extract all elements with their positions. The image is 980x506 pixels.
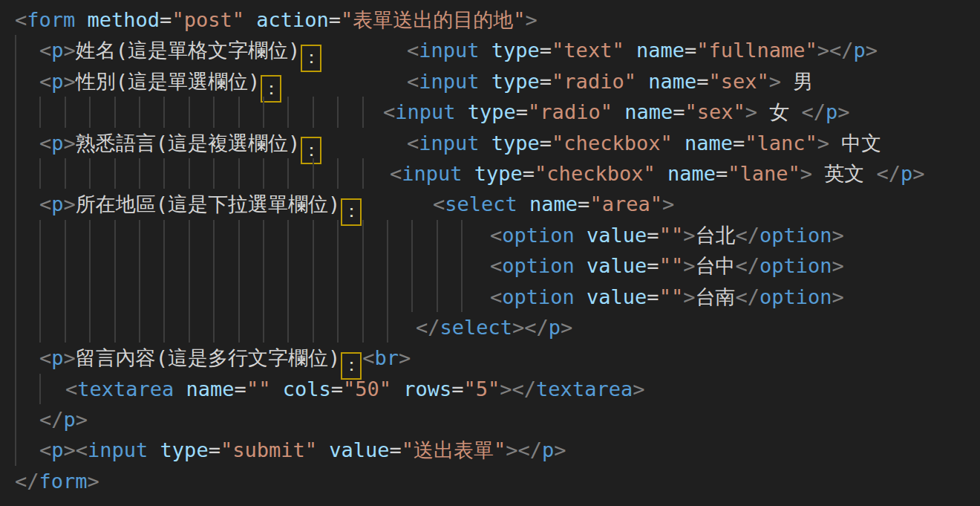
code-token-x xyxy=(612,100,624,123)
code-token-p: </ xyxy=(735,285,760,308)
indent-guides xyxy=(15,66,16,97)
indent-guides xyxy=(15,97,364,127)
code-editor[interactable]: <form method="post" action="表單送出的目的地"><p… xyxy=(0,0,980,506)
code-segment: <input type="checkbox" name="lane"> 英文 <… xyxy=(390,158,925,189)
code-line[interactable]: <p><input type="submit" value="送出表單"></p… xyxy=(0,435,980,465)
code-token-p: > xyxy=(769,70,781,93)
indent-guides xyxy=(15,128,16,158)
code-token-p: < xyxy=(433,192,445,215)
code-token-t: p xyxy=(51,438,63,461)
code-line[interactable]: <p>留言內容(這是多行文字欄位)：<br> xyxy=(0,343,980,373)
code-line[interactable]: </select></p> xyxy=(0,312,980,343)
code-line[interactable]: <input type="radio" name="sex"> 女 </p> xyxy=(0,97,980,127)
code-token-t: option xyxy=(760,254,832,277)
code-line[interactable]: <input type="checkbox" name="lane"> 英文 <… xyxy=(0,158,980,189)
code-token-p: > xyxy=(64,192,76,215)
code-token-t: p xyxy=(51,346,63,369)
code-token-o: = xyxy=(523,162,535,185)
code-token-p: </ xyxy=(416,316,440,339)
code-token-a: rows xyxy=(403,377,451,400)
code-token-s: "" xyxy=(246,377,271,400)
code-token-p: > xyxy=(64,132,76,155)
code-token-p: > xyxy=(683,224,695,247)
code-token-s: "radio" xyxy=(528,100,612,123)
code-segment: <input type="radio" name="sex"> 男 xyxy=(407,66,813,97)
code-segment: <option value="">台南</option> xyxy=(490,282,844,312)
code-token-p: > xyxy=(817,39,829,62)
code-token-s: "50" xyxy=(343,377,391,400)
code-line[interactable]: <option value="">台中</option> xyxy=(0,250,980,281)
code-token-x xyxy=(391,377,403,400)
code-token-a: name xyxy=(529,192,578,215)
code-token-s: "checkbox" xyxy=(535,162,656,185)
code-token-t: p xyxy=(51,132,63,155)
code-line[interactable]: <p>姓名(這是單格文字欄位)：<input type="text" name=… xyxy=(0,35,980,65)
code-token-p: > xyxy=(399,346,411,369)
code-segment: </form> xyxy=(15,466,99,496)
code-token-a: type xyxy=(160,438,209,461)
code-line[interactable]: <option value="">台南</option> xyxy=(0,282,980,312)
code-token-x xyxy=(624,39,636,62)
code-token-o: = xyxy=(696,70,708,93)
code-token-x xyxy=(75,8,87,31)
code-line[interactable]: <p>性別(這是單選欄位)：<input type="radio" name="… xyxy=(0,66,980,97)
code-token-p: > xyxy=(832,224,843,247)
code-token-p: </ xyxy=(802,100,826,123)
code-segment: <select name="area"> xyxy=(433,189,674,219)
code-token-p: < xyxy=(407,39,419,62)
code-token-a: type xyxy=(491,132,540,155)
code-token-a: name xyxy=(636,39,685,62)
code-token-p: < xyxy=(39,438,51,461)
code-line[interactable]: <option value="">台北</option> xyxy=(0,220,980,250)
indent-guides xyxy=(15,35,16,65)
code-token-t: p xyxy=(51,70,63,93)
code-segment: <option value="">台中</option> xyxy=(490,250,844,281)
code-token-s: "radio" xyxy=(552,70,636,93)
code-token-o: = xyxy=(540,39,552,62)
code-token-t: textarea xyxy=(536,377,633,400)
code-line[interactable]: <textarea name="" cols="50" rows="5"></t… xyxy=(0,374,980,404)
code-token-t: option xyxy=(502,285,575,308)
code-token-s: "post" xyxy=(172,8,244,31)
code-token-x xyxy=(148,438,160,461)
code-token-a: type xyxy=(491,70,540,93)
code-token-o: = xyxy=(647,285,659,308)
code-token-p: < xyxy=(15,8,27,31)
code-line[interactable]: <p>所在地區(這是下拉選單欄位)：<select name="area"> xyxy=(0,189,980,219)
code-token-o: = xyxy=(673,100,685,123)
code-token-p: > xyxy=(832,254,843,277)
indent-guides xyxy=(15,404,16,435)
code-token-t: p xyxy=(826,100,837,123)
code-token-p: > xyxy=(866,39,878,62)
code-line[interactable]: <form method="post" action="表單送出的目的地"> xyxy=(0,4,980,35)
code-token-a: type xyxy=(491,39,540,62)
code-token-p: </ xyxy=(512,377,537,400)
code-token-t: p xyxy=(64,408,76,431)
code-token-a: name xyxy=(186,377,235,400)
code-token-o: = xyxy=(390,438,402,461)
code-token-s: "checkbox" xyxy=(552,132,673,155)
code-token-t: p xyxy=(549,316,561,339)
code-token-t: p xyxy=(51,192,63,215)
code-token-x xyxy=(480,132,491,155)
code-token-t: option xyxy=(502,224,575,247)
code-token-t: input xyxy=(419,70,479,93)
code-token-a: type xyxy=(468,100,516,123)
code-token-p: < xyxy=(407,132,419,155)
code-token-a: value xyxy=(587,285,647,308)
code-segment: </p> xyxy=(39,404,88,435)
code-line[interactable]: </form> xyxy=(0,466,980,496)
code-token-o: = xyxy=(578,192,589,215)
code-token-t: p xyxy=(901,162,912,185)
code-token-x: 中文 xyxy=(829,132,881,155)
code-token-o: = xyxy=(516,100,528,123)
code-token-p: > xyxy=(526,8,538,31)
code-token-x: 台中 xyxy=(695,254,735,277)
code-line[interactable]: </p> xyxy=(0,404,980,435)
code-token-p: > xyxy=(64,39,76,62)
code-token-a: name xyxy=(624,100,673,123)
code-line[interactable]: <p>熟悉語言(這是複選欄位)：<input type="checkbox" n… xyxy=(0,128,980,158)
code-token-x: 熟悉語言(這是複選欄位) xyxy=(76,132,301,155)
code-token-p: > xyxy=(500,377,512,400)
code-token-p: < xyxy=(362,346,374,369)
